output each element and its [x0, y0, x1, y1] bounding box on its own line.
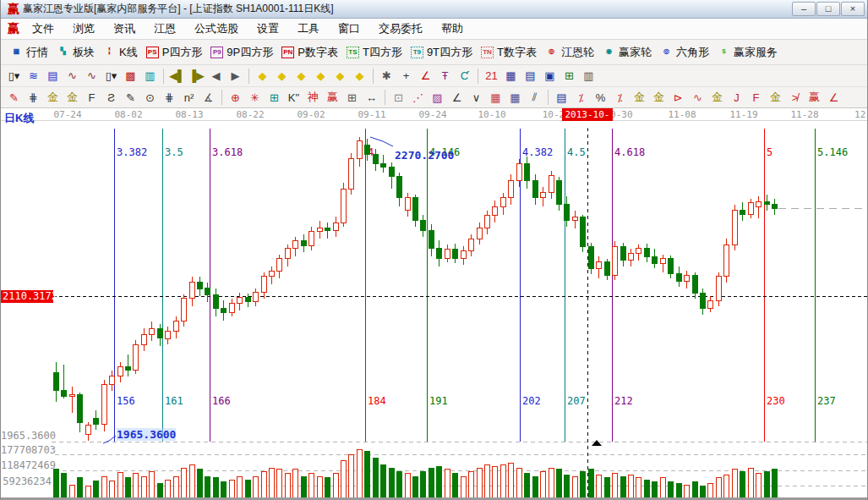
tool-save-button[interactable]: ▣: [541, 68, 559, 85]
tool-number-grid-button[interactable]: ⊞: [343, 89, 361, 106]
toolbar-t-number-table-button[interactable]: TNT数字表: [481, 45, 537, 60]
tool-percent-box-button[interactable]: ⁒: [572, 89, 590, 106]
tool-percent-table-button[interactable]: ▤: [553, 89, 570, 106]
tool-pencil-line-button[interactable]: ∠: [448, 89, 466, 106]
tool-drag-hand-button[interactable]: ✱: [378, 68, 396, 85]
menu-item-10[interactable]: 帮助: [432, 19, 472, 39]
tool-diamond-all-button[interactable]: ◆: [351, 68, 368, 85]
menu-item-5[interactable]: 公式选股: [185, 19, 248, 39]
tool-flag-tool-button[interactable]: ⊳: [669, 89, 687, 106]
tool-win-line-button[interactable]: 赢: [805, 89, 823, 106]
tool-gold-line-3-button[interactable]: 金: [767, 89, 784, 106]
toolbar-gann-wheel-button[interactable]: ◎江恩轮: [545, 45, 594, 60]
tool-j-line-button[interactable]: J: [728, 89, 745, 106]
tool-diamond-cross-button[interactable]: ◆: [312, 68, 330, 85]
tool-pattern-marker-button[interactable]: ▩: [122, 68, 139, 85]
tool-f-ruler-button[interactable]: F: [83, 89, 101, 106]
tool-percent-line-button[interactable]: ⁒: [611, 89, 629, 106]
tool-wave-3-button[interactable]: ∿: [63, 68, 81, 85]
toolbar-kline-button[interactable]: ╏K线: [103, 45, 138, 60]
menu-item-3[interactable]: 资讯: [104, 19, 145, 39]
toolbar-p-square-button[interactable]: PSP四方形: [146, 45, 203, 60]
title-bar[interactable]: 赢 赢家江恩专业版[赢家内部服务平台] - [上证指数 SH1A0001-111…: [1, 0, 867, 19]
tool-diamond-horizontal-button[interactable]: ◆: [292, 68, 310, 85]
toolbar-winner-wheel-button[interactable]: ◉赢家轮: [603, 45, 652, 60]
toolbar-t-square-button[interactable]: TST四方形: [347, 45, 402, 60]
tool-blue-grid-button[interactable]: ▦: [506, 89, 524, 106]
toolbar-9t-square-button[interactable]: T99T四方形: [411, 45, 472, 60]
tool-gold-ruler-2-button[interactable]: 金: [63, 89, 81, 106]
tool-purple-tool-button[interactable]: Ŧ: [436, 68, 454, 85]
tool-four-line-button[interactable]: ∠: [825, 89, 843, 106]
tool-parallel-lines-button[interactable]: ⫽: [526, 89, 543, 106]
tool-grid-box-button[interactable]: ⊞: [265, 89, 283, 106]
tool-grid-fan-button[interactable]: ▨: [429, 89, 446, 106]
menu-item-7[interactable]: 工具: [288, 19, 329, 39]
tool-width-measure-button[interactable]: ↔: [363, 89, 380, 106]
tool-notepad-button[interactable]: ▤: [521, 68, 539, 85]
tool-speed-line-button[interactable]: ≯: [786, 89, 804, 106]
tool-gold-line-button[interactable]: 金: [650, 89, 668, 106]
minimize-button[interactable]: –: [792, 2, 816, 16]
tool-box-grid-button[interactable]: ⊡: [390, 89, 407, 106]
toolbar-hexagon-button[interactable]: ◎六角形: [660, 45, 709, 60]
tool-last-bar-button[interactable]: ▐▶: [188, 68, 205, 85]
tool-diamond-left-button[interactable]: ◆: [254, 68, 271, 85]
tool-candle-type-dropdown-button[interactable]: ▯▾: [102, 68, 120, 85]
tool-gold-ruler-button[interactable]: 金: [44, 89, 62, 106]
tool-star-web-button[interactable]: ✳: [246, 89, 264, 106]
tool-gold-line-2-button[interactable]: 金: [708, 89, 726, 106]
tool-next-bar-button[interactable]: ▶: [227, 68, 244, 85]
tool-v-line-button[interactable]: ∨: [467, 89, 485, 106]
tool-printer-button[interactable]: ▥: [580, 68, 598, 85]
tool-wave-tool-button[interactable]: ∿: [689, 89, 707, 106]
tool-angle-measure-button[interactable]: ∠: [417, 68, 434, 85]
tool-prev-bar-button[interactable]: ◀: [207, 68, 225, 85]
tool-angle-tool-button[interactable]: ∡: [199, 89, 217, 106]
tool-gann-circle-button[interactable]: ⊕: [227, 89, 244, 106]
tool-calendar-button[interactable]: 21: [483, 68, 500, 85]
toolbar-sectors-button[interactable]: ▚板块: [57, 45, 95, 60]
tool-n-squared-button[interactable]: n²: [180, 89, 198, 106]
toolbar-p-number-table-button[interactable]: PNP数字表: [281, 45, 338, 60]
toolbar-market-quotes-button[interactable]: ▦行情: [10, 45, 48, 60]
candle-down: [652, 256, 657, 263]
tool-time-circle-button[interactable]: ⊙: [141, 89, 159, 106]
menu-item-4[interactable]: 江恩: [145, 19, 185, 39]
toolbar-9p-square-button[interactable]: P99P四方形: [210, 45, 273, 60]
maximize-button[interactable]: □: [816, 2, 840, 16]
tool-ruler-2-button[interactable]: ⋕: [161, 89, 178, 106]
tool-candle-style-dropdown-button[interactable]: ▯▾: [5, 68, 23, 85]
toolbar-winner-service-button[interactable]: $赢家服务: [718, 45, 778, 60]
tool-volume-histogram-button[interactable]: ▥: [141, 68, 159, 85]
tool-calculator-button[interactable]: ▦: [502, 68, 520, 85]
tool-red-fan-button[interactable]: ⋰: [409, 89, 427, 106]
tool-percent-button[interactable]: %: [592, 89, 609, 106]
tool-gold-circle-line-button[interactable]: 金: [631, 89, 648, 106]
close-button[interactable]: ×: [841, 2, 865, 16]
kline-chart-canvas[interactable]: 3.3821563.51613.61816641844.1461914.3822…: [1, 121, 868, 500]
tool-s-ruler-button[interactable]: Ƨ: [102, 89, 120, 106]
tool-crosshair-button[interactable]: +: [397, 68, 415, 85]
tool-network-button[interactable]: ⊞: [560, 68, 578, 85]
tool-wave-9-button[interactable]: ∿: [83, 68, 101, 85]
menu-item-8[interactable]: 窗口: [329, 19, 369, 39]
tool-diamond-right-button[interactable]: ◆: [273, 68, 291, 85]
tool-f-line-button[interactable]: F: [747, 89, 765, 106]
tool-diamond-star-button[interactable]: ◆: [331, 68, 349, 85]
tool-shen-tool-button[interactable]: 神: [304, 89, 322, 106]
menu-item-6[interactable]: 设置: [248, 19, 288, 39]
tool-win-tool-button[interactable]: 赢: [324, 89, 341, 106]
tool-brush-button[interactable]: ✎: [122, 89, 139, 106]
tool-cycle-tool-button[interactable]: Ƈ: [456, 68, 473, 85]
tool-k-mark-button[interactable]: K": [285, 89, 303, 106]
tool-pen-tool-button[interactable]: ✎: [5, 89, 23, 106]
menu-item-1[interactable]: 文件: [23, 19, 63, 39]
tool-red-grid-button[interactable]: ▦: [487, 89, 505, 106]
tool-trend-sketch-button[interactable]: ≋: [25, 68, 42, 85]
menu-item-2[interactable]: 浏览: [63, 19, 104, 39]
tool-ruler-button[interactable]: ⋕: [25, 89, 42, 106]
tool-info-document-button[interactable]: ▤: [44, 68, 62, 85]
menu-item-9[interactable]: 交易委托: [369, 19, 432, 39]
tool-first-bar-button[interactable]: ◀▌: [168, 68, 186, 85]
